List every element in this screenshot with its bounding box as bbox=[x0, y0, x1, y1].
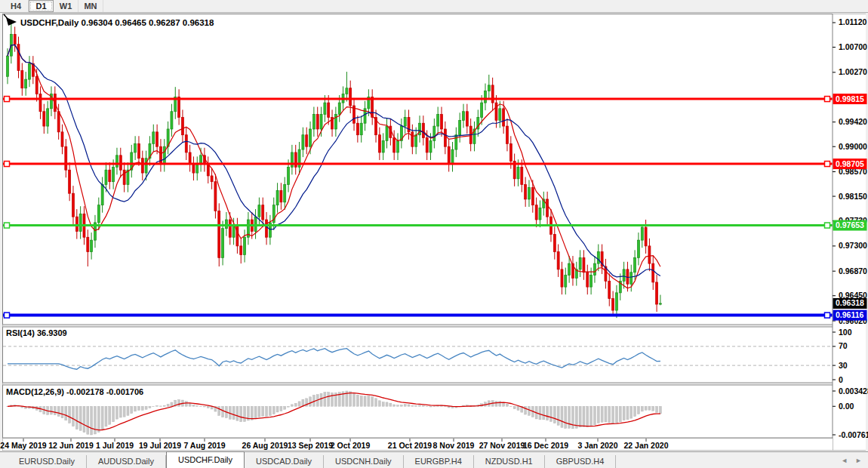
macd-histogram-bar bbox=[619, 406, 621, 422]
candle-body bbox=[593, 263, 596, 275]
candle-body bbox=[583, 257, 585, 272]
candle-body bbox=[561, 269, 563, 287]
symbol-tab-audusd-daily[interactable]: AUDUSD.Daily bbox=[87, 455, 166, 468]
candle-body bbox=[652, 263, 654, 282]
hline-handle[interactable] bbox=[825, 162, 830, 167]
candle-body bbox=[338, 103, 340, 114]
macd-histogram-bar bbox=[251, 406, 253, 420]
symbol-tab-nzdusd-h1[interactable]: NZDUSD.H1 bbox=[474, 455, 545, 468]
candle-body bbox=[499, 109, 501, 120]
candle-body bbox=[324, 103, 326, 114]
rsi-axis-label: 0 bbox=[839, 375, 843, 384]
symbol-tab-usdcad-daily[interactable]: USDCAD.Daily bbox=[245, 455, 324, 468]
timeframe-button-h4[interactable]: H4 bbox=[4, 0, 29, 12]
macd-histogram-bar bbox=[163, 405, 165, 406]
macd-histogram-bar bbox=[258, 406, 260, 417]
candle-body bbox=[7, 56, 9, 76]
candle-body bbox=[656, 282, 658, 304]
price-badge: 0.98705 bbox=[836, 159, 864, 168]
candle-body bbox=[426, 138, 428, 152]
candle-body bbox=[546, 199, 549, 217]
symbol-tab-eurgbp-h4[interactable]: EURGBP.H4 bbox=[404, 455, 474, 468]
symbol-tab-bar: EURUSD.DailyAUDUSD.DailyUSDCHF.DailyUSDC… bbox=[0, 451, 868, 468]
macd-histogram-bar bbox=[528, 406, 530, 415]
candle-body bbox=[393, 138, 396, 152]
candle-body bbox=[134, 143, 137, 152]
price-axis-label: 0.96870 bbox=[839, 266, 867, 276]
macd-histogram-bar bbox=[119, 406, 122, 417]
macd-axis-label: 0.003428 bbox=[839, 386, 868, 396]
candle-body bbox=[39, 94, 42, 111]
timeframe-button-mn[interactable]: MN bbox=[78, 0, 103, 12]
macd-histogram-bar bbox=[429, 406, 432, 407]
candle-body bbox=[276, 190, 279, 205]
candle-body bbox=[207, 164, 209, 175]
macd-histogram-bar bbox=[236, 406, 239, 420]
macd-histogram-bar bbox=[298, 402, 300, 406]
candle-body bbox=[288, 167, 290, 184]
macd-histogram-bar bbox=[145, 406, 147, 409]
candle-body bbox=[386, 126, 388, 140]
timeframe-button-w1[interactable]: W1 bbox=[54, 0, 78, 12]
macd-histogram-bar bbox=[65, 406, 67, 420]
price-badge: 0.96116 bbox=[836, 310, 864, 319]
price-axis-label: 1.00270 bbox=[839, 67, 867, 76]
macd-histogram-bar bbox=[87, 406, 89, 434]
macd-histogram-bar bbox=[411, 405, 414, 406]
tab-scroll-left-icon[interactable]: ◄ bbox=[841, 457, 848, 464]
macd-histogram-bar bbox=[75, 406, 78, 429]
candle-body bbox=[429, 140, 432, 152]
timeframe-button-d1[interactable]: D1 bbox=[29, 0, 54, 12]
candle-body bbox=[196, 164, 199, 173]
hline-handle[interactable] bbox=[5, 313, 10, 318]
candle-body bbox=[397, 140, 399, 152]
price-axis-label: 1.00700 bbox=[839, 42, 867, 51]
rsi-axis-label: 70 bbox=[839, 341, 848, 350]
macd-histogram-bar bbox=[284, 406, 286, 409]
chart-title: USDCHF,Daily 0.96304 0.96465 0.96287 0.9… bbox=[20, 18, 214, 27]
chart-window[interactable]: 1.011201.007001.002700.994200.990000.985… bbox=[0, 13, 868, 451]
macd-histogram-bar bbox=[127, 406, 129, 415]
candle-body bbox=[441, 115, 443, 129]
candle-body bbox=[309, 129, 312, 146]
symbol-tab-usdcnh-daily[interactable]: USDCNH.Daily bbox=[324, 455, 404, 468]
price-axis-label: 0.97300 bbox=[839, 241, 867, 250]
candle-body bbox=[152, 132, 155, 143]
hline-handle[interactable] bbox=[825, 313, 830, 318]
symbol-tab-eurusd-daily[interactable]: EURUSD.Daily bbox=[8, 455, 87, 468]
rsi-label: RSI(14) 36.9309 bbox=[6, 328, 67, 337]
hline-handle[interactable] bbox=[5, 97, 10, 102]
macd-histogram-bar bbox=[353, 393, 356, 407]
macd-histogram-bar bbox=[549, 406, 552, 421]
hline-handle[interactable] bbox=[825, 97, 830, 102]
macd-histogram-bar bbox=[539, 406, 541, 420]
candle-body bbox=[565, 276, 567, 287]
date-label: 1 Jul 2019 bbox=[96, 441, 134, 450]
macd-histogram-bar bbox=[601, 406, 603, 422]
macd-histogram-bar bbox=[269, 406, 271, 415]
candle-body bbox=[495, 103, 497, 120]
tab-scroll-right-icon[interactable]: ► bbox=[855, 457, 862, 464]
candle-body bbox=[448, 146, 450, 164]
hline-handle[interactable] bbox=[5, 223, 10, 228]
macd-histogram-bar bbox=[294, 403, 297, 406]
macd-histogram-bar bbox=[167, 404, 169, 406]
macd-histogram-bar bbox=[79, 406, 82, 430]
price-axis-area[interactable] bbox=[833, 14, 866, 451]
candle-body bbox=[553, 234, 556, 251]
candle-body bbox=[349, 88, 352, 106]
macd-histogram-bar bbox=[509, 406, 512, 407]
hline-handle[interactable] bbox=[825, 223, 830, 228]
macd-histogram-bar bbox=[364, 396, 366, 406]
candle-body bbox=[163, 146, 165, 164]
candle-body bbox=[484, 91, 486, 103]
symbol-tab-gbpusd-h4[interactable]: GBPUSD.H4 bbox=[545, 455, 617, 468]
candle-body bbox=[312, 115, 315, 129]
candle-body bbox=[586, 272, 589, 287]
macd-histogram-bar bbox=[57, 406, 60, 416]
hline-handle[interactable] bbox=[5, 162, 10, 167]
candle-body bbox=[236, 226, 239, 246]
macd-histogram-bar bbox=[652, 406, 654, 411]
symbol-tab-usdchf-daily[interactable]: USDCHF.Daily bbox=[166, 451, 245, 468]
candle-body bbox=[79, 214, 82, 231]
